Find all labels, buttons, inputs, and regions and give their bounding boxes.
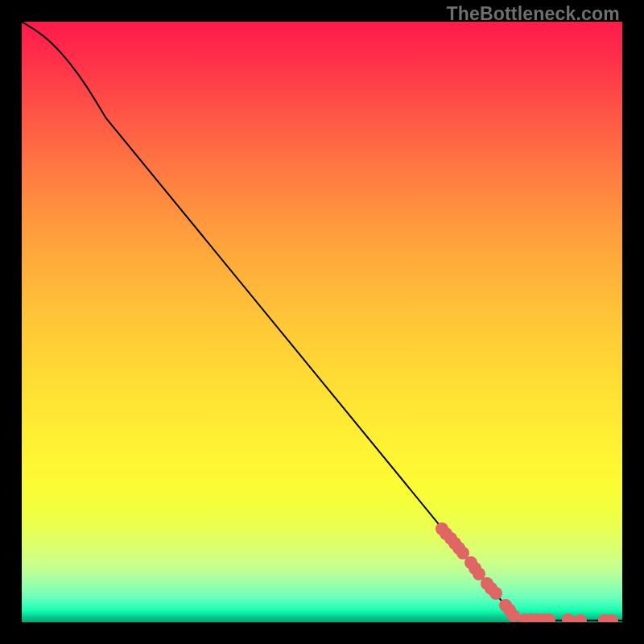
curve-markers — [22, 22, 622, 622]
curve-marker — [574, 614, 587, 622]
curve-marker — [543, 613, 555, 622]
curve-marker — [605, 614, 618, 622]
plot-area — [22, 22, 622, 622]
curve-marker — [562, 613, 575, 622]
curve-marker — [489, 587, 502, 600]
chart-stage: TheBottleneck.com — [0, 0, 644, 644]
